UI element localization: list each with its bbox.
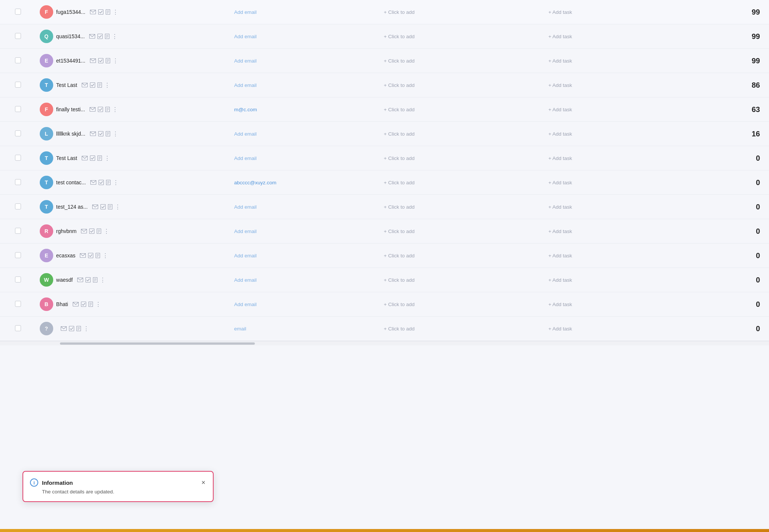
mail-icon[interactable] <box>73 302 79 306</box>
add-task-cell[interactable]: + Add task <box>545 292 694 317</box>
contact-name[interactable]: test_124 as... <box>56 204 88 210</box>
more-options-icon[interactable]: ⋮ <box>112 106 118 113</box>
mail-icon[interactable] <box>90 107 96 112</box>
note-icon[interactable] <box>76 326 81 331</box>
click-to-add-cell[interactable]: + Click to add <box>380 170 545 195</box>
task-icon[interactable] <box>90 82 95 88</box>
more-options-icon[interactable]: ⋮ <box>112 9 119 16</box>
contact-name[interactable]: finally testi... <box>56 106 85 112</box>
contact-name[interactable]: test contac... <box>56 179 86 185</box>
email-cell[interactable]: Add email <box>230 0 380 24</box>
email-cell[interactable]: Add email <box>230 122 380 146</box>
click-to-add-cell[interactable]: + Click to add <box>380 0 545 24</box>
mail-icon[interactable] <box>92 205 98 209</box>
contact-name[interactable]: fuga15344... <box>56 9 85 15</box>
mail-icon[interactable] <box>90 180 96 185</box>
click-to-add-cell[interactable]: + Click to add <box>380 292 545 317</box>
note-icon[interactable] <box>106 9 110 15</box>
click-to-add-cell[interactable]: + Click to add <box>380 24 545 49</box>
click-to-add-cell[interactable]: + Click to add <box>380 122 545 146</box>
task-icon[interactable] <box>98 131 103 136</box>
email-cell[interactable]: Add email <box>230 49 380 73</box>
row-checkbox[interactable] <box>15 155 21 161</box>
row-checkbox[interactable] <box>15 252 21 258</box>
mail-icon[interactable] <box>61 326 67 331</box>
add-task-cell[interactable]: + Add task <box>545 170 694 195</box>
mail-icon[interactable] <box>90 58 96 63</box>
more-options-icon[interactable]: ⋮ <box>112 130 119 137</box>
mail-icon[interactable] <box>77 278 83 282</box>
email-cell[interactable]: Add email <box>230 73 380 97</box>
add-task-cell[interactable]: + Add task <box>545 244 694 268</box>
note-icon[interactable] <box>97 82 102 88</box>
add-task-cell[interactable]: + Add task <box>545 49 694 73</box>
row-checkbox[interactable] <box>15 325 21 331</box>
contact-name[interactable]: lllllknk skjd... <box>56 131 85 137</box>
note-icon[interactable] <box>105 107 110 112</box>
task-icon[interactable] <box>89 229 94 234</box>
mail-icon[interactable] <box>90 132 96 136</box>
click-to-add-cell[interactable]: + Click to add <box>380 317 545 341</box>
note-icon[interactable] <box>106 131 110 136</box>
click-to-add-cell[interactable]: + Click to add <box>380 97 545 122</box>
note-icon[interactable] <box>93 277 97 282</box>
mail-icon[interactable] <box>82 83 88 87</box>
contact-name[interactable]: quasi1534... <box>56 33 85 39</box>
contact-name[interactable]: Test Last <box>56 82 77 88</box>
contact-name[interactable]: ecasxas <box>56 253 75 259</box>
row-checkbox[interactable] <box>15 130 21 136</box>
add-task-cell[interactable]: + Add task <box>545 146 694 170</box>
note-icon[interactable] <box>105 34 109 39</box>
add-task-cell[interactable]: + Add task <box>545 317 694 341</box>
contact-name[interactable]: waesdf <box>56 277 73 283</box>
note-icon[interactable] <box>96 253 100 258</box>
more-options-icon[interactable]: ⋮ <box>104 155 111 162</box>
row-checkbox[interactable] <box>15 106 21 112</box>
click-to-add-cell[interactable]: + Click to add <box>380 219 545 244</box>
add-task-cell[interactable]: + Add task <box>545 268 694 292</box>
add-task-cell[interactable]: + Add task <box>545 195 694 219</box>
click-to-add-cell[interactable]: + Click to add <box>380 268 545 292</box>
task-icon[interactable] <box>90 155 95 161</box>
email-cell[interactable]: Add email <box>230 244 380 268</box>
email-cell[interactable]: Add email <box>230 146 380 170</box>
contact-name[interactable]: Bhati <box>56 301 68 307</box>
email-cell[interactable]: m@c.com <box>230 97 380 122</box>
scroll-thumb[interactable] <box>60 342 255 345</box>
more-options-icon[interactable]: ⋮ <box>83 325 90 332</box>
note-icon[interactable] <box>106 58 110 63</box>
contact-name[interactable]: et1534491... <box>56 58 85 64</box>
click-to-add-cell[interactable]: + Click to add <box>380 195 545 219</box>
horizontal-scrollbar[interactable] <box>0 341 769 345</box>
more-options-icon[interactable]: ⋮ <box>103 228 110 235</box>
row-checkbox[interactable] <box>15 82 21 88</box>
more-options-icon[interactable]: ⋮ <box>100 276 106 284</box>
click-to-add-cell[interactable]: + Click to add <box>380 73 545 97</box>
note-icon[interactable] <box>88 302 93 307</box>
email-cell[interactable]: Add email <box>230 292 380 317</box>
row-checkbox[interactable] <box>15 57 21 63</box>
note-icon[interactable] <box>106 180 111 185</box>
contact-name[interactable]: rghvbnm <box>56 228 76 234</box>
task-icon[interactable] <box>85 277 91 282</box>
mail-icon[interactable] <box>82 156 88 160</box>
more-options-icon[interactable]: ⋮ <box>102 252 109 259</box>
task-icon[interactable] <box>98 9 103 15</box>
click-to-add-cell[interactable]: + Click to add <box>380 244 545 268</box>
more-options-icon[interactable]: ⋮ <box>113 179 119 186</box>
note-icon[interactable] <box>108 204 112 209</box>
mail-icon[interactable] <box>81 229 87 233</box>
add-task-cell[interactable]: + Add task <box>545 97 694 122</box>
mail-icon[interactable] <box>89 34 95 39</box>
task-icon[interactable] <box>97 34 103 39</box>
more-options-icon[interactable]: ⋮ <box>95 301 102 308</box>
email-cell[interactable]: Add email <box>230 219 380 244</box>
task-icon[interactable] <box>69 326 74 331</box>
mail-icon[interactable] <box>80 253 86 258</box>
row-checkbox[interactable] <box>15 33 21 39</box>
email-cell[interactable]: Add email <box>230 268 380 292</box>
click-to-add-cell[interactable]: + Click to add <box>380 49 545 73</box>
task-icon[interactable] <box>98 107 103 112</box>
email-cell[interactable]: email <box>230 317 380 341</box>
click-to-add-cell[interactable]: + Click to add <box>380 146 545 170</box>
